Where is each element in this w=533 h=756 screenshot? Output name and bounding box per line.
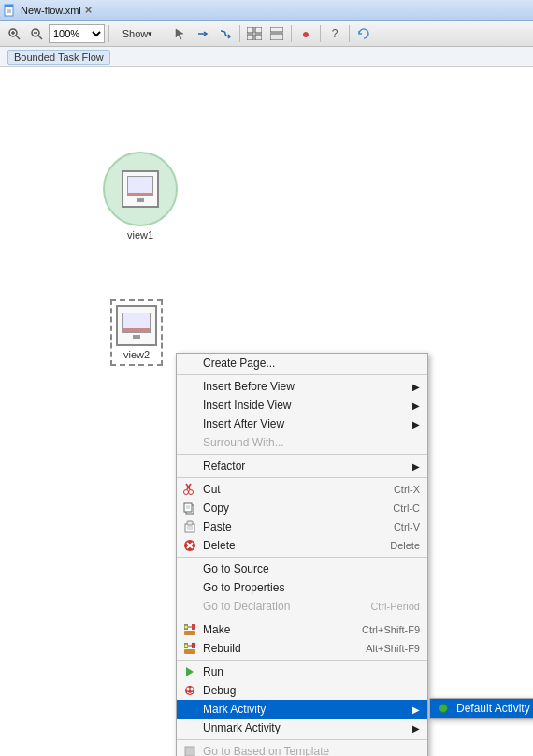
cut-label: Cut <box>203 483 221 496</box>
go-to-source-label: Go to Source <box>203 562 269 575</box>
svg-rect-11 <box>247 27 253 33</box>
toolbar-separator-4 <box>291 25 292 42</box>
svg-rect-47 <box>185 747 194 756</box>
menu-item-copy[interactable]: Copy Ctrl-C <box>177 499 427 517</box>
menu-item-insert-before[interactable]: Insert Before View ▶ <box>177 377 427 396</box>
toolbar: 100% 75% 50% 150% Show ▾ <box>0 21 533 47</box>
insert-before-arrow: ▶ <box>412 382 420 392</box>
toolbar-separator-2 <box>166 25 166 42</box>
menu-item-mark-activity[interactable]: Mark Activity ▶ Default Activity <box>177 700 427 719</box>
close-tab-button[interactable]: × <box>85 3 93 17</box>
toolbar-separator <box>108 25 109 42</box>
go-to-based-icon <box>182 744 197 756</box>
insert-after-label: Insert After View <box>203 417 284 430</box>
rebuild-shortcut: Alt+Shift-F9 <box>366 643 420 654</box>
refresh-button[interactable] <box>353 23 374 44</box>
make-label: Make <box>203 623 230 636</box>
tab-title: New-flow.xml <box>21 5 81 16</box>
svg-rect-16 <box>270 34 283 40</box>
svg-line-9 <box>38 36 42 39</box>
menu-item-surround-with: Surround With... <box>177 433 427 452</box>
svg-rect-12 <box>255 27 262 33</box>
view2-base <box>133 335 140 339</box>
insert-before-label: Insert Before View <box>203 380 295 393</box>
mark-activity-arrow: ▶ <box>412 705 420 715</box>
copy-shortcut: Ctrl-C <box>393 502 420 514</box>
menu-item-cut[interactable]: Cut Ctrl-X <box>177 480 427 499</box>
svg-marker-43 <box>186 667 194 676</box>
show-button[interactable]: Show ▾ <box>113 23 162 44</box>
go-to-properties-label: Go to Properties <box>203 581 284 594</box>
svg-rect-14 <box>255 35 262 40</box>
menu-item-delete[interactable]: Delete Delete <box>177 536 427 555</box>
cut-icon <box>182 482 197 497</box>
menu-separator-4 <box>177 557 427 558</box>
breadcrumb[interactable]: Bounded Task Flow <box>7 50 110 65</box>
view2-node[interactable]: view2 <box>110 299 163 366</box>
svg-rect-41 <box>188 645 192 647</box>
delete-label: Delete <box>203 539 236 552</box>
canvas: view1 view2 Create Page... Insert Before… <box>0 67 533 756</box>
create-page-label: Create Page... <box>203 356 275 370</box>
svg-point-20 <box>189 490 194 495</box>
svg-point-45 <box>187 688 190 691</box>
rebuild-icon <box>182 641 197 656</box>
menu-item-create-page[interactable]: Create Page... <box>177 354 427 372</box>
zoom-in-button[interactable] <box>4 23 24 44</box>
view1-icon <box>122 170 159 208</box>
menu-item-unmark-activity[interactable]: Unmark Activity ▶ <box>177 719 427 737</box>
green-circle <box>439 704 448 713</box>
menu-item-make[interactable]: Make Ctrl+Shift-F9 <box>177 620 427 639</box>
help-button[interactable]: ? <box>324 23 345 44</box>
dot-button[interactable]: ● <box>295 23 316 44</box>
svg-point-19 <box>184 490 189 495</box>
paste-label: Paste <box>203 520 232 533</box>
zoom-out-button[interactable] <box>26 23 47 44</box>
layout2-button[interactable] <box>266 23 287 44</box>
menu-item-go-to-based-on-template: Go to Based on Template <box>177 742 427 756</box>
copy-label: Copy <box>203 502 229 515</box>
menu-separator-2 <box>177 454 427 455</box>
breadcrumb-bar: Bounded Task Flow <box>0 47 533 67</box>
run-label: Run <box>203 665 223 678</box>
menu-item-insert-after[interactable]: Insert After View ▶ <box>177 414 427 433</box>
go-to-declaration-label: Go to Declaration <box>203 600 290 613</box>
svg-rect-37 <box>184 649 195 654</box>
svg-rect-35 <box>192 624 195 630</box>
menu-item-go-to-source[interactable]: Go to Source <box>177 560 427 578</box>
view2-screen <box>122 313 151 333</box>
layout-button[interactable] <box>244 23 265 44</box>
view2-label: view2 <box>123 349 150 360</box>
svg-line-5 <box>16 36 20 39</box>
menu-separator-1 <box>177 374 427 375</box>
menu-item-refactor[interactable]: Refactor ▶ <box>177 457 427 475</box>
title-bar: New-flow.xml × <box>0 0 533 21</box>
select-tool-button[interactable] <box>170 23 191 44</box>
svg-point-39 <box>185 645 188 647</box>
menu-item-rebuild[interactable]: Rebuild Alt+Shift-F9 <box>177 639 427 658</box>
connect-tool-button[interactable] <box>193 23 213 44</box>
connect-tool2-button[interactable] <box>215 23 236 44</box>
menu-item-paste[interactable]: Paste Ctrl-V <box>177 517 427 536</box>
mark-activity-label: Mark Activity <box>203 703 266 716</box>
zoom-select[interactable]: 100% 75% 50% 150% <box>49 24 105 43</box>
default-activity-label: Default Activity <box>456 702 530 715</box>
toolbar-separator-5 <box>320 25 321 42</box>
menu-item-debug[interactable]: Debug <box>177 681 427 700</box>
menu-item-insert-inside[interactable]: Insert Inside View ▶ <box>177 396 427 414</box>
cut-shortcut: Ctrl-X <box>394 484 420 495</box>
go-to-based-on-template-label: Go to Based on Template <box>203 745 329 756</box>
view2-screen-bar <box>123 328 150 332</box>
menu-separator-6 <box>177 660 427 661</box>
view1-node[interactable]: view1 <box>103 152 178 240</box>
refactor-arrow: ▶ <box>412 461 420 472</box>
make-icon <box>182 622 197 637</box>
menu-separator-3 <box>177 477 427 478</box>
submenu-item-default-activity[interactable]: Default Activity <box>430 699 533 718</box>
context-menu: Create Page... Insert Before View ▶ Inse… <box>176 353 428 756</box>
menu-item-go-to-properties[interactable]: Go to Properties <box>177 578 427 597</box>
view2-icon <box>116 305 157 346</box>
toolbar-separator-6 <box>349 25 350 42</box>
menu-item-go-to-declaration: Go to Declaration Ctrl-Period <box>177 597 427 616</box>
menu-item-run[interactable]: Run <box>177 662 427 681</box>
